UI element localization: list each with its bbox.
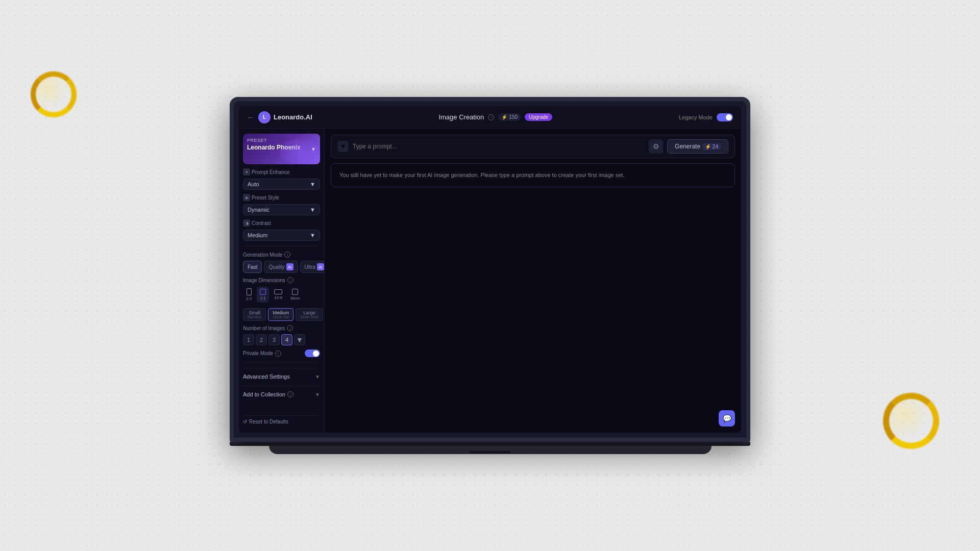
logo-area: L Leonardo.AI [258,111,312,123]
reset-defaults-button[interactable]: ↺ Reset to Defaults [243,415,320,428]
ultra-badge: AI [317,263,324,270]
num-images-section: Number of Images i 1 2 3 4 ▼ [243,325,320,345]
divider-2 [243,362,320,363]
add-collection-accordion: Add to Collection i ▼ [243,386,320,399]
settings-gear-button[interactable]: ⚙ [649,139,663,154]
page-title-info-icon[interactable]: i [488,114,494,120]
page-title: Image Creation [438,113,484,121]
reset-label: Reset to Defaults [249,419,288,424]
private-mode-toggle[interactable] [305,349,320,357]
num-3-button[interactable]: 3 [268,334,280,345]
contrast-section: ◑ Contrast Medium ▼ [243,219,320,241]
reset-icon: ↺ [243,419,247,424]
preset-style-label: ◈ Preset Style [243,194,279,201]
num-images-buttons: 1 2 3 4 ▼ [243,334,320,345]
advanced-settings-title: Advanced Settings [243,373,290,380]
num-1-button[interactable]: 1 [243,334,254,345]
quality-badge: AI [286,263,293,270]
preset-style-section: ◈ Preset Style Dynamic ▼ [243,194,320,215]
chat-icon: 💬 [723,414,731,422]
prompt-sparkle-icon: ✦ [337,141,349,152]
dimensions-info-icon[interactable]: i [287,277,293,283]
generate-label: Generate [675,143,700,150]
num-images-header: Number of Images i [243,325,320,331]
preset-style-row: ◈ Preset Style [243,194,320,201]
generate-cost-badge: ⚡ 24 [702,143,721,150]
mode-quality-button[interactable]: Quality AI [264,261,298,273]
num-more-button[interactable]: ▼ [294,334,305,345]
chat-fab-button[interactable]: 💬 [719,410,735,427]
preset-style-dropdown[interactable]: Dynamic ▼ [243,204,320,215]
dropdown-chevron-icon: ▼ [310,181,315,187]
prompt-enhance-dropdown[interactable]: Auto ▼ [243,179,320,190]
screen-inner: ← L Leonardo.AI Image Creation i ⚡ 150 U… [239,106,741,433]
preset-chevron-icon: ▼ [311,146,316,152]
contrast-dropdown[interactable]: Medium ▼ [243,230,320,241]
add-collection-info-icon[interactable]: i [287,391,293,397]
add-collection-label-row: Add to Collection i [243,391,293,397]
app-container: ← L Leonardo.AI Image Creation i ⚡ 150 U… [239,106,741,433]
upgrade-button[interactable]: Upgrade [525,113,552,121]
contrast-icon: ◑ [243,219,250,227]
image-dimensions-header: Image Dimensions i [243,277,320,283]
num-images-info-icon[interactable]: i [287,325,293,331]
contrast-label: ◑ Contrast [243,219,271,227]
laptop-base [230,442,750,454]
private-mode-label: Private Mode [243,350,273,356]
main-content: ✦ ⚙ Generate ⚡ 24 You still have yet to … [325,129,741,433]
size-large-button[interactable]: Large 1536×1024 [296,308,323,321]
image-dimensions-label: Image Dimensions [243,278,285,283]
dim-more-button[interactable]: More [287,287,303,303]
token-count-badge: ⚡ 150 [498,113,521,121]
prompt-bar: ✦ ⚙ Generate ⚡ 24 [331,135,735,158]
generation-mode-info-icon[interactable]: i [284,252,290,258]
advanced-settings-header[interactable]: Advanced Settings ▼ [243,371,320,382]
trackpad-notch [470,451,510,453]
advanced-settings-accordion: Advanced Settings ▼ [243,368,320,382]
generate-button[interactable]: Generate ⚡ 24 [667,139,728,154]
image-dimensions-section: Image Dimensions i 2:3 1:1 [243,277,320,321]
legacy-mode-toggle[interactable] [717,113,733,121]
num-images-label: Number of Images [243,325,285,331]
mode-ultra-button[interactable]: Ultra AI [300,261,325,273]
mode-fast-button[interactable]: Fast [243,261,262,273]
sidebar: Preset Leonardo Phoenix ▼ ✦ Prompt Enhan… [239,129,325,433]
add-collection-header[interactable]: Add to Collection i ▼ [243,389,320,399]
dim-11-icon [260,289,266,295]
main-layout: Preset Leonardo Phoenix ▼ ✦ Prompt Enhan… [239,129,741,433]
prompt-enhance-icon: ✦ [243,168,250,176]
laptop-bottom [269,446,712,454]
add-collection-chevron-icon: ▼ [315,392,320,397]
size-medium-button[interactable]: Medium 1024×768 [268,308,293,321]
num-2-button[interactable]: 2 [256,334,267,345]
back-button[interactable]: ← [247,113,254,121]
dim-more-icon [292,289,298,295]
generation-mode-label: Generation Mode [243,252,282,258]
size-buttons: Small 512×512 Medium 1024×768 Large 1536… [243,308,320,321]
prompt-input[interactable] [353,143,645,150]
private-mode-label-row: Private Mode i [243,350,281,357]
top-bar: ← L Leonardo.AI Image Creation i ⚡ 150 U… [239,106,741,129]
divider-1 [243,246,320,246]
private-mode-row: Private Mode i [243,349,320,357]
legacy-mode-label: Legacy Mode [679,114,713,120]
dim-23-button[interactable]: 2:3 [243,286,255,303]
sidebar-spacer [243,404,320,411]
preset-selector[interactable]: Preset Leonardo Phoenix ▼ [243,134,320,164]
generation-mode-section: Generation Mode i Fast Quality AI Ultra … [243,252,320,273]
top-bar-left: ← L Leonardo.AI [247,111,312,123]
app-name: Leonardo.AI [274,113,312,121]
contrast-row: ◑ Contrast [243,219,320,227]
private-mode-info-icon[interactable]: i [275,350,281,357]
num-4-button[interactable]: 4 [281,334,292,345]
generation-mode-buttons: Fast Quality AI Ultra AI [243,261,320,273]
dim-169-button[interactable]: 16:9 [271,287,285,302]
preset-style-icon: ◈ [243,194,250,201]
size-small-button[interactable]: Small 512×512 [243,308,266,321]
top-bar-center: Image Creation i ⚡ 150 Upgrade [438,113,552,121]
decorative-ring-right [883,393,939,449]
top-bar-right: Legacy Mode [679,113,733,121]
prompt-enhance-section: ✦ Prompt Enhance Auto ▼ [243,168,320,190]
dimension-ratio-buttons: 2:3 1:1 16:9 [243,286,320,303]
dim-11-button[interactable]: 1:1 [257,287,269,303]
